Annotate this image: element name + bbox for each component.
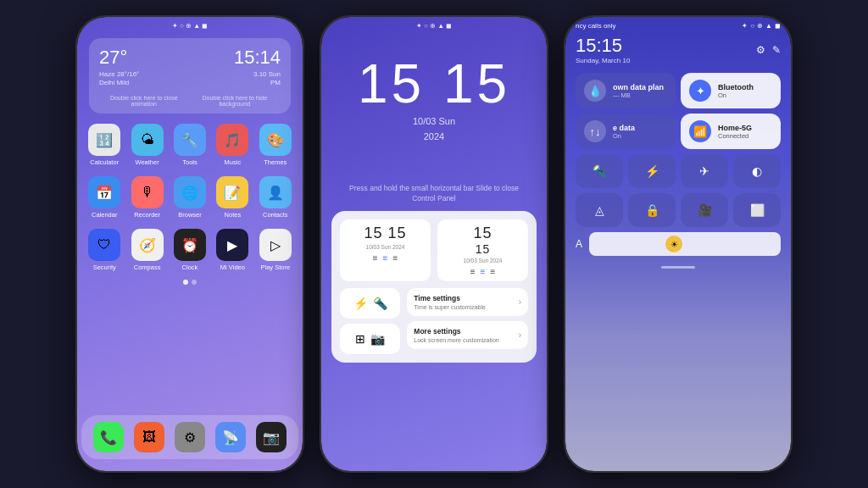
lock-hint: Press and hold the small horizontal bar … [321,184,547,204]
app-calendar-label: Calendar [92,211,117,219]
app-security[interactable]: 🛡 Security [86,229,123,271]
compass-icon: 🧭 [131,229,164,261]
app-notes[interactable]: 📝 Notes [214,176,251,219]
qs-tile-wifi[interactable]: 📶 Home-5G Connected [681,114,781,149]
grid-icon: ⊞ [355,332,365,346]
align-right-icon[interactable]: ≡ [392,253,398,263]
browser-icon: 🌐 [174,176,206,208]
qs-flash[interactable]: ⚡ [628,154,676,188]
app-calculator-label: Calculator [90,158,119,166]
phone-3: ncy calls only ✦ ○ ⊕ ▲ ◼ 15:15 Sunday, M… [564,15,793,473]
dock-gallery[interactable]: 🖼 [134,422,164,452]
phone-2: ✦ ○ ⊕ ▲ ◼ 15 15 10/03 Sun 2024 Press and… [320,15,548,473]
wifi-status: Connected [718,132,772,140]
align-right2-icon[interactable]: ≡ [490,267,495,276]
weather-hint1: Double click here to close animation [99,95,189,107]
cp-clock2[interactable]: 15 15 10/03 Sun 2024 ≡ ≡ ≡ [437,219,528,281]
app-weather[interactable]: 🌤 Weather [128,124,165,166]
app-recorder[interactable]: 🎙 Recorder [128,176,165,219]
qs-torch[interactable]: 🔦 [576,154,623,188]
more-settings-title: More settings [414,327,498,336]
app-calculator[interactable]: 🔢 Calculator [86,124,123,166]
more-settings-arrow: › [519,330,521,340]
app-recorder-label: Recorder [134,211,160,219]
lock-time: 15 15 [321,57,547,111]
phone1-screen: ✦ ○ ⊕ ▲ ◼ 27° Haze 28°/16° Delhi Mild 15… [77,17,303,471]
qs-tile-bluetooth[interactable]: ✦ Bluetooth On [681,73,781,108]
dock-settings[interactable]: ⚙ [175,422,205,452]
qs-lock[interactable]: 🔒 [628,193,676,227]
weather-haze: Haze 28°/16° [99,70,139,78]
app-mivideo[interactable]: ▶ Mi Video [214,229,251,271]
lock-clock: 15 15 10/03 Sun 2024 [321,57,547,141]
align-left-icon[interactable]: ≡ [373,253,378,263]
qs-tile-data-plan[interactable]: 💧 own data plan — MB [576,73,676,108]
dock-phone[interactable]: 📞 [93,422,124,452]
brightness-label: A [576,238,582,250]
cp-settings-actions: Time settings Time is super customizable… [407,288,528,354]
bluetooth-status: On [718,92,772,99]
app-playstore[interactable]: ▷ Play Store [257,229,294,271]
recorder-icon: 🎙 [131,176,164,208]
qs-theme[interactable]: ◐ [733,154,781,188]
qs-edit-icon[interactable]: ✎ [772,44,781,56]
phone3-bt-icon: ✦ [742,22,748,30]
brightness-bar[interactable]: ☀ [589,232,781,256]
qs-settings-icon[interactable]: ⚙ [756,44,765,56]
dock-camera[interactable]: 📷 [256,422,287,452]
qs-camera3[interactable]: 🎥 [681,193,728,227]
phone2-status-icons: ✦ ○ ⊕ ▲ ◼ [416,22,453,30]
cp-more-settings[interactable]: More settings Lock screen more customiza… [407,321,528,349]
app-contacts[interactable]: 👤 Contacts [257,176,294,219]
phone3-statusbar: ncy calls only ✦ ○ ⊕ ▲ ◼ [565,17,791,31]
cp-extra-icons2[interactable]: ⊞ 📷 [340,324,400,354]
app-music[interactable]: 🎵 Music [214,124,251,166]
cp-clock2-time2: 15 [444,242,521,256]
wifi-tile-icon: 📶 [689,120,711,142]
align-left2-icon[interactable]: ≡ [470,267,476,276]
contacts-icon: 👤 [259,176,292,208]
qs-screen[interactable]: ⬜ [733,193,781,227]
app-browser[interactable]: 🌐 Browser [171,176,209,219]
cp-clock1-time: 15 15 [347,225,424,242]
lock-date-line2: 2024 [321,131,547,141]
align-center-icon[interactable]: ≡ [383,253,388,263]
cp-align-row1: ≡ ≡ ≡ [347,253,424,263]
app-compass[interactable]: 🧭 Compass [128,229,165,271]
qs-small-tiles-row2: ◬ 🔒 🎥 ⬜ [565,188,791,227]
home-indicator [661,266,695,269]
cp-actions: ⚡ 🔦 ⊞ 📷 Time settings Time is super cust… [340,288,528,354]
qs-location[interactable]: ◬ [576,193,623,227]
align-center2-icon[interactable]: ≡ [481,267,486,276]
app-themes[interactable]: 🎨 Themes [257,124,294,166]
notes-icon: 📝 [216,176,248,208]
phone3-wifi-icon: ▲ [765,22,772,30]
app-browser-label: Browser [178,211,202,219]
qs-tile-edata[interactable]: ↑↓ e data On [576,114,676,149]
cp-clock1[interactable]: 15 15 10/03 Sun 2024 ≡ ≡ ≡ [340,219,431,281]
qs-tile-wifi-text: Home-5G Connected [718,124,772,140]
app-clock[interactable]: ⏰ Clock [171,229,209,271]
bluetooth-name: Bluetooth [718,83,772,92]
cp-time-settings[interactable]: Time settings Time is super customizable… [407,288,528,316]
weather-date: 3.10 Sun [234,70,281,78]
phone3-signal-icon: ⊕ [757,22,763,30]
dock-mifm[interactable]: 📡 [215,422,246,452]
weather-widget[interactable]: 27° Haze 28°/16° Delhi Mild 15:14 3.10 S… [89,38,291,114]
qs-small-tiles-row1: 🔦 ⚡ ✈ ◐ [565,154,791,188]
app-calendar[interactable]: 📅 Calendar [86,176,123,219]
app-weather-label: Weather [135,158,159,166]
calculator-icon: 🔢 [88,124,120,156]
cp-action-extra: ⚡ 🔦 ⊞ 📷 [340,288,400,354]
qs-tiles-grid: 💧 own data plan — MB ✦ Bluetooth On ↑↓ e… [565,68,791,154]
app-notes-label: Notes [225,211,242,219]
lock-date-line1: 10/03 Sun [321,116,547,126]
edata-name: e data [613,124,667,132]
time-settings-arrow: › [519,297,521,307]
app-tools[interactable]: 🔧 Tools [171,124,209,166]
qs-time: 15:15 [576,35,630,57]
cp-clock1-date: 10/03 Sun 2024 [347,244,424,250]
phone1-statusbar: ✦ ○ ⊕ ▲ ◼ [77,17,303,31]
cp-extra-icons[interactable]: ⚡ 🔦 [340,288,400,319]
qs-airplane[interactable]: ✈ [681,154,728,188]
